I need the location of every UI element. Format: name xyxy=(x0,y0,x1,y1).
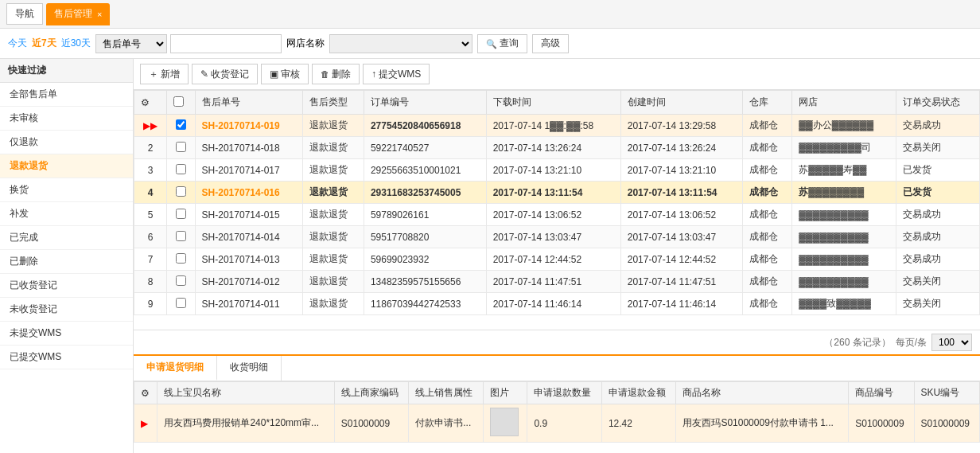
row-status: 交易成功 xyxy=(896,226,980,248)
row-order-id: 13482359575155656 xyxy=(364,271,486,293)
row-type: 退款退货 xyxy=(303,137,364,159)
filter-30days[interactable]: 近30天 xyxy=(61,37,91,50)
submit-wms-button[interactable]: 提交WMS xyxy=(363,64,430,84)
row-number: 5 xyxy=(134,204,167,226)
add-button[interactable]: 新增 xyxy=(140,64,189,84)
filter-bar: 今天 近7天 近30天 售后单号 网店名称 查询 高级 xyxy=(0,29,980,59)
table-row[interactable]: 6 SH-20170714-014 退款退货 59517708820 2017-… xyxy=(134,226,980,248)
row-warehouse: 成都仓 xyxy=(742,137,791,159)
sidebar-item-completed[interactable]: 已完成 xyxy=(0,226,133,250)
table-row[interactable]: 5 SH-20170714-015 退款退货 59789026161 2017-… xyxy=(134,204,980,226)
row-type: 退款退货 xyxy=(303,293,364,315)
row-id: SH-20170714-012 xyxy=(195,271,303,293)
row-checkbox[interactable] xyxy=(176,298,186,308)
delete-button[interactable]: 删除 xyxy=(312,64,360,84)
product-image xyxy=(490,408,519,436)
tab-receive-detail[interactable]: 收货明细 xyxy=(217,356,282,381)
table-row[interactable]: 4 SH-20170714-016 退款退货 29311683253745005… xyxy=(134,182,980,204)
audit-button[interactable]: 审核 xyxy=(261,64,309,84)
row-checkbox-cell[interactable] xyxy=(167,182,195,204)
row-store: ▓▓▓▓▓▓▓▓▓▓ xyxy=(792,248,896,271)
sidebar-item-deleted[interactable]: 已删除 xyxy=(0,250,133,274)
row-store: ▓▓▓▓▓▓▓▓▓▓ xyxy=(792,204,896,226)
row-status: 已发货 xyxy=(896,182,980,204)
row-checkbox[interactable] xyxy=(176,164,186,174)
row-checkbox[interactable] xyxy=(176,119,186,130)
row-order-id: 59699023932 xyxy=(364,248,486,271)
row-checkbox-cell[interactable] xyxy=(167,159,195,182)
row-checkbox-cell[interactable] xyxy=(167,248,195,271)
main-table-section: 售后单号 售后类型 订单编号 下载时间 创建时间 仓库 网店 订单交易状态 ▶ … xyxy=(134,90,980,330)
row-id: SH-20170714-016 xyxy=(195,182,303,204)
col-status: 订单交易状态 xyxy=(896,91,980,115)
per-page-select[interactable]: 100 50 20 xyxy=(931,334,972,351)
bt-col-gear[interactable] xyxy=(134,382,158,404)
search-input[interactable] xyxy=(170,34,282,53)
sidebar-item-exchange[interactable]: 换货 xyxy=(0,178,133,202)
row-id: SH-20170714-019 xyxy=(195,115,303,137)
home-button[interactable]: 导航 xyxy=(6,3,43,25)
row-download-time: 2017-07-14 13:26:24 xyxy=(486,137,620,159)
filter-7days[interactable]: 近7天 xyxy=(32,37,56,50)
col-warehouse: 仓库 xyxy=(742,91,791,115)
row-order-id: 11867039442742533 xyxy=(364,293,486,315)
row-store: 苏▓▓▓▓▓▓▓▓ xyxy=(792,182,896,204)
row-type: 退款退货 xyxy=(303,204,364,226)
row-id: SH-20170714-011 xyxy=(195,293,303,315)
row-number: 6 xyxy=(134,226,167,248)
sidebar-item-supplement[interactable]: 补发 xyxy=(0,202,133,226)
row-checkbox-cell[interactable] xyxy=(167,271,195,293)
row-checkbox-cell[interactable] xyxy=(167,115,195,137)
row-checkbox-cell[interactable] xyxy=(167,137,195,159)
store-label: 网店名称 xyxy=(286,37,325,50)
col-gear[interactable] xyxy=(134,91,167,115)
row-checkbox[interactable] xyxy=(176,209,186,219)
row-download-time: 2017-07-14 12:44:52 xyxy=(486,248,620,271)
sidebar-item-refundreturn[interactable]: 退款退货 xyxy=(0,154,133,178)
bt-col-code: 线上商家编码 xyxy=(334,382,408,404)
row-type: 退款退货 xyxy=(303,226,364,248)
tab-close-button[interactable]: × xyxy=(97,10,102,19)
select-all-checkbox[interactable] xyxy=(173,96,184,107)
sidebar-item-submittedwms[interactable]: 已提交WMS xyxy=(0,346,133,369)
row-warehouse: 成都仓 xyxy=(742,204,791,226)
receive-button[interactable]: 收货登记 xyxy=(192,64,258,84)
store-select[interactable] xyxy=(329,34,472,53)
sidebar-item-unaudited[interactable]: 未审核 xyxy=(0,107,133,131)
sidebar-item-refundonly[interactable]: 仅退款 xyxy=(0,131,133,154)
table-row[interactable]: 8 SH-20170714-012 退款退货 13482359575155656… xyxy=(134,271,980,293)
type-select[interactable]: 售后单号 xyxy=(95,34,167,53)
advanced-button[interactable]: 高级 xyxy=(532,34,569,53)
sidebar-item-all[interactable]: 全部售后单 xyxy=(0,83,133,107)
row-checkbox[interactable] xyxy=(176,186,186,197)
row-checkbox[interactable] xyxy=(176,275,186,286)
row-checkbox[interactable] xyxy=(176,253,186,264)
sidebar-item-notwms[interactable]: 未提交WMS xyxy=(0,322,133,346)
table-row[interactable]: 9 SH-20170714-011 退款退货 11867039442742533… xyxy=(134,293,980,315)
table-row[interactable]: 2 SH-20170714-018 退款退货 59221740527 2017-… xyxy=(134,137,980,159)
query-button[interactable]: 查询 xyxy=(477,34,527,53)
row-checkbox-cell[interactable] xyxy=(167,226,195,248)
add-icon xyxy=(149,68,158,81)
bt-col-sku: SKU编号 xyxy=(914,382,979,404)
bt-col-qty: 申请退款数量 xyxy=(527,382,601,404)
table-row[interactable]: 3 SH-20170714-017 退款退货 29255663510001021… xyxy=(134,159,980,182)
sidebar-item-received[interactable]: 已收货登记 xyxy=(0,274,133,298)
table-row[interactable]: 7 SH-20170714-013 退款退货 59699023932 2017-… xyxy=(134,248,980,271)
row-number: 4 xyxy=(134,182,167,204)
table-row[interactable]: ▶ SH-20170714-019 退款退货 27754520840656918… xyxy=(134,115,980,137)
row-checkbox-cell[interactable] xyxy=(167,204,195,226)
tab-refund-detail[interactable]: 申请退货明细 xyxy=(134,356,217,381)
filter-today[interactable]: 今天 xyxy=(8,37,27,50)
row-order-id: 59789026161 xyxy=(364,204,486,226)
row-warehouse: 成都仓 xyxy=(742,115,791,137)
bottom-table-row[interactable]: ▶ 用友西玛费用报销单240*120mm审... S01000009 付款申请书… xyxy=(134,404,980,443)
row-create-time: 2017-07-14 13:26:24 xyxy=(620,137,742,159)
row-number: 8 xyxy=(134,271,167,293)
sidebar-item-notreceived[interactable]: 未收货登记 xyxy=(0,298,133,322)
bt-amount: 12.42 xyxy=(601,404,675,443)
row-checkbox[interactable] xyxy=(176,231,186,241)
row-checkbox-cell[interactable] xyxy=(167,293,195,315)
tab-label: 售后管理 xyxy=(54,7,92,21)
row-checkbox[interactable] xyxy=(176,142,186,152)
